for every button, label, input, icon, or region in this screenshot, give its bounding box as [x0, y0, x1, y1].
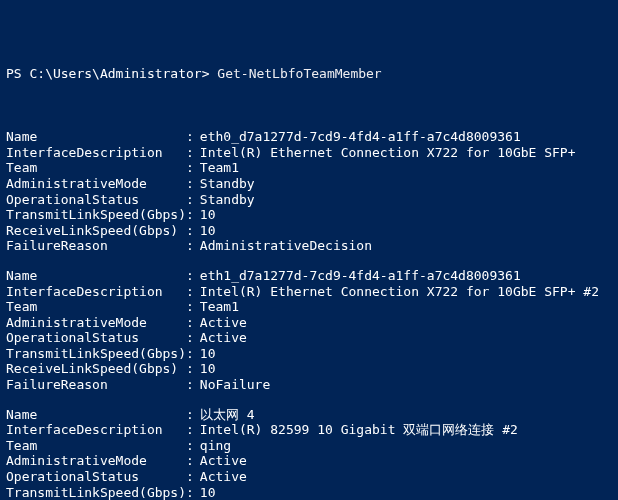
field-value: 10 [200, 346, 612, 362]
command-input[interactable]: Get-NetLbfoTeamMember [217, 66, 381, 81]
separator: : [186, 330, 200, 346]
field-label: TransmitLinkSpeed(Gbps) [6, 207, 186, 223]
field-value: Team1 [200, 299, 612, 315]
field-label: OperationalStatus [6, 469, 186, 485]
field-value: Intel(R) Ethernet Connection X722 for 10… [200, 284, 612, 300]
field-value: Team1 [200, 160, 612, 176]
team-member-block: Name :以太网 4InterfaceDescription :Intel(R… [6, 407, 612, 500]
separator: : [186, 361, 200, 377]
field-value: 10 [200, 207, 612, 223]
separator: : [186, 284, 200, 300]
separator: : [186, 315, 200, 331]
output-row: FailureReason :AdministrativeDecision [6, 238, 612, 254]
output-row: ReceiveLinkSpeed(Gbps) :10 [6, 361, 612, 377]
separator: : [186, 223, 200, 239]
output-row: Team :qing [6, 438, 612, 454]
output-row: InterfaceDescription :Intel(R) Ethernet … [6, 284, 612, 300]
separator: : [186, 207, 200, 223]
field-value: 以太网 4 [200, 407, 612, 423]
team-member-block: Name :eth0_d7a1277d-7cd9-4fd4-a1ff-a7c4d… [6, 129, 612, 254]
field-value: Active [200, 453, 612, 469]
separator: : [186, 176, 200, 192]
output-row: OperationalStatus :Active [6, 469, 612, 485]
field-label: InterfaceDescription [6, 284, 186, 300]
separator: : [186, 192, 200, 208]
prompt-line: PS C:\Users\Administrator> Get-NetLbfoTe… [6, 66, 612, 82]
output-row: ReceiveLinkSpeed(Gbps) :10 [6, 223, 612, 239]
field-value: AdministrativeDecision [200, 238, 612, 254]
command-output: Name :eth0_d7a1277d-7cd9-4fd4-a1ff-a7c4d… [6, 129, 612, 500]
output-row: TransmitLinkSpeed(Gbps):10 [6, 207, 612, 223]
field-label: ReceiveLinkSpeed(Gbps) [6, 361, 186, 377]
separator: : [186, 422, 200, 438]
output-row: Name :eth0_d7a1277d-7cd9-4fd4-a1ff-a7c4d… [6, 129, 612, 145]
field-value: 10 [200, 485, 612, 500]
separator: : [186, 238, 200, 254]
field-label: Team [6, 160, 186, 176]
field-label: InterfaceDescription [6, 145, 186, 161]
field-label: FailureReason [6, 238, 186, 254]
output-row: AdministrativeMode :Standby [6, 176, 612, 192]
separator: : [186, 346, 200, 362]
separator: : [186, 299, 200, 315]
field-label: FailureReason [6, 377, 186, 393]
output-row: OperationalStatus :Active [6, 330, 612, 346]
field-label: TransmitLinkSpeed(Gbps) [6, 485, 186, 500]
output-row: InterfaceDescription :Intel(R) Ethernet … [6, 145, 612, 161]
field-label: Team [6, 438, 186, 454]
output-row: Team :Team1 [6, 160, 612, 176]
output-row: FailureReason :NoFailure [6, 377, 612, 393]
field-value: Active [200, 330, 612, 346]
separator: : [186, 129, 200, 145]
output-row: Name :以太网 4 [6, 407, 612, 423]
field-label: Team [6, 299, 186, 315]
output-row: TransmitLinkSpeed(Gbps):10 [6, 485, 612, 500]
field-value: Standby [200, 176, 612, 192]
field-label: AdministrativeMode [6, 176, 186, 192]
field-value: Standby [200, 192, 612, 208]
field-value: 10 [200, 223, 612, 239]
field-label: AdministrativeMode [6, 453, 186, 469]
field-label: AdministrativeMode [6, 315, 186, 331]
team-member-block: Name :eth1_d7a1277d-7cd9-4fd4-a1ff-a7c4d… [6, 268, 612, 393]
field-label: Name [6, 407, 186, 423]
field-value: Intel(R) 82599 10 Gigabit 双端口网络连接 #2 [200, 422, 612, 438]
separator: : [186, 438, 200, 454]
field-label: OperationalStatus [6, 192, 186, 208]
field-label: InterfaceDescription [6, 422, 186, 438]
separator: : [186, 160, 200, 176]
field-value: qing [200, 438, 612, 454]
output-row: OperationalStatus :Standby [6, 192, 612, 208]
field-value: Active [200, 469, 612, 485]
field-value: 10 [200, 361, 612, 377]
separator: : [186, 407, 200, 423]
separator: : [186, 377, 200, 393]
separator: : [186, 485, 200, 500]
output-row: AdministrativeMode :Active [6, 315, 612, 331]
field-value: NoFailure [200, 377, 612, 393]
field-value: Intel(R) Ethernet Connection X722 for 10… [200, 145, 612, 161]
field-label: TransmitLinkSpeed(Gbps) [6, 346, 186, 362]
output-row: Name :eth1_d7a1277d-7cd9-4fd4-a1ff-a7c4d… [6, 268, 612, 284]
field-label: OperationalStatus [6, 330, 186, 346]
separator: : [186, 145, 200, 161]
separator: : [186, 453, 200, 469]
output-row: TransmitLinkSpeed(Gbps):10 [6, 346, 612, 362]
output-row: InterfaceDescription :Intel(R) 82599 10 … [6, 422, 612, 438]
field-label: ReceiveLinkSpeed(Gbps) [6, 223, 186, 239]
output-row: AdministrativeMode :Active [6, 453, 612, 469]
output-row: Team :Team1 [6, 299, 612, 315]
separator: : [186, 469, 200, 485]
ps-prompt: PS C:\Users\Administrator> [6, 66, 210, 81]
field-value: Active [200, 315, 612, 331]
field-value: eth1_d7a1277d-7cd9-4fd4-a1ff-a7c4d800936… [200, 268, 612, 284]
separator: : [186, 268, 200, 284]
field-label: Name [6, 268, 186, 284]
field-value: eth0_d7a1277d-7cd9-4fd4-a1ff-a7c4d800936… [200, 129, 612, 145]
field-label: Name [6, 129, 186, 145]
